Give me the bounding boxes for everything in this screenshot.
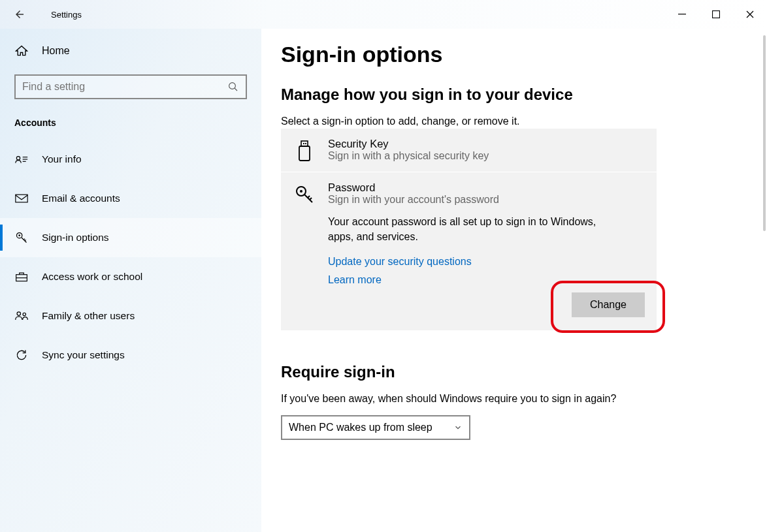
chevron-down-icon xyxy=(453,423,463,432)
svg-point-13 xyxy=(17,312,20,315)
nav-label: Family & other users xyxy=(42,310,135,322)
key-icon xyxy=(14,231,29,244)
require-signin-dropdown[interactable]: When PC wakes up from sleep xyxy=(281,415,470,440)
svg-rect-17 xyxy=(305,143,306,144)
svg-rect-8 xyxy=(16,195,27,202)
sidebar-item-home[interactable]: Home xyxy=(0,35,261,67)
svg-rect-0 xyxy=(678,14,686,14)
svg-rect-16 xyxy=(303,143,304,144)
password-expanded-body: Your account password is all set up to s… xyxy=(281,214,657,286)
manage-subhead: Manage how you sign in to your device xyxy=(281,86,747,104)
dropdown-value: When PC wakes up from sleep xyxy=(289,422,432,433)
sidebar-item-family-users[interactable]: Family & other users xyxy=(0,296,261,336)
home-icon xyxy=(14,44,29,57)
maximize-button[interactable] xyxy=(699,3,733,26)
sidebar-section-title: Accounts xyxy=(0,114,261,140)
svg-point-14 xyxy=(23,313,25,315)
usb-key-icon xyxy=(293,139,316,163)
sidebar-item-sign-in-options[interactable]: Sign-in options xyxy=(0,218,261,257)
option-sub: Sign in with a physical security key xyxy=(328,150,645,162)
option-sub: Sign in with your account's password xyxy=(328,194,645,206)
svg-point-2 xyxy=(229,83,236,89)
person-card-icon xyxy=(14,154,29,164)
option-title: Password xyxy=(328,181,645,194)
back-button[interactable] xyxy=(0,0,39,29)
option-password[interactable]: Password Sign in with your account's pas… xyxy=(281,172,657,210)
main-content: Sign-in options Manage how you sign in t… xyxy=(261,29,767,532)
minimize-icon xyxy=(678,10,686,18)
signin-options-list: Security Key Sign in with a physical sec… xyxy=(281,129,657,330)
nav-label: Sign-in options xyxy=(42,232,109,243)
password-status-message: Your account password is all set up to s… xyxy=(328,214,599,244)
option-title: Security Key xyxy=(328,138,645,150)
svg-line-3 xyxy=(235,88,237,91)
home-label: Home xyxy=(42,45,70,57)
update-security-questions-link[interactable]: Update your security questions xyxy=(328,256,645,268)
search-icon xyxy=(227,81,239,93)
nav-label: Sync your settings xyxy=(42,349,125,361)
scrollbar[interactable] xyxy=(763,35,766,231)
svg-point-10 xyxy=(18,234,20,236)
nav-label: Email & accounts xyxy=(42,193,120,204)
learn-more-link[interactable]: Learn more xyxy=(328,274,645,286)
maximize-icon xyxy=(712,10,720,18)
option-security-key[interactable]: Security Key Sign in with a physical sec… xyxy=(281,129,657,172)
sidebar-item-email-accounts[interactable]: Email & accounts xyxy=(0,179,261,218)
app-title: Settings xyxy=(51,10,82,20)
sidebar-item-your-info[interactable]: Your info xyxy=(0,140,261,179)
page-title: Sign-in options xyxy=(281,42,747,67)
close-button[interactable] xyxy=(733,3,767,26)
close-icon xyxy=(746,10,754,18)
titlebar: Settings xyxy=(0,0,767,29)
people-icon xyxy=(14,310,29,322)
search-box[interactable] xyxy=(14,74,247,99)
nav-label: Your info xyxy=(42,153,82,165)
svg-rect-15 xyxy=(301,141,308,146)
change-button[interactable]: Change xyxy=(572,292,645,317)
nav-label: Access work or school xyxy=(42,271,142,283)
svg-point-4 xyxy=(16,157,20,160)
svg-rect-18 xyxy=(299,146,310,161)
mail-icon xyxy=(14,193,29,204)
key-icon xyxy=(293,183,316,206)
minimize-button[interactable] xyxy=(665,3,699,26)
instruction-text: Select a sign-in option to add, change, … xyxy=(281,116,747,127)
search-input[interactable] xyxy=(22,81,227,93)
require-signin-heading: Require sign-in xyxy=(281,363,747,381)
briefcase-icon xyxy=(14,271,29,283)
svg-point-20 xyxy=(300,190,302,193)
sidebar: Home Accounts Your info Email & acco xyxy=(0,29,261,532)
sidebar-item-access-work-school[interactable]: Access work or school xyxy=(0,257,261,296)
sidebar-item-sync-settings[interactable]: Sync your settings xyxy=(0,336,261,375)
arrow-left-icon xyxy=(14,8,25,20)
svg-rect-1 xyxy=(713,11,720,18)
require-question: If you've been away, when should Windows… xyxy=(281,393,747,405)
sync-icon xyxy=(14,349,29,362)
